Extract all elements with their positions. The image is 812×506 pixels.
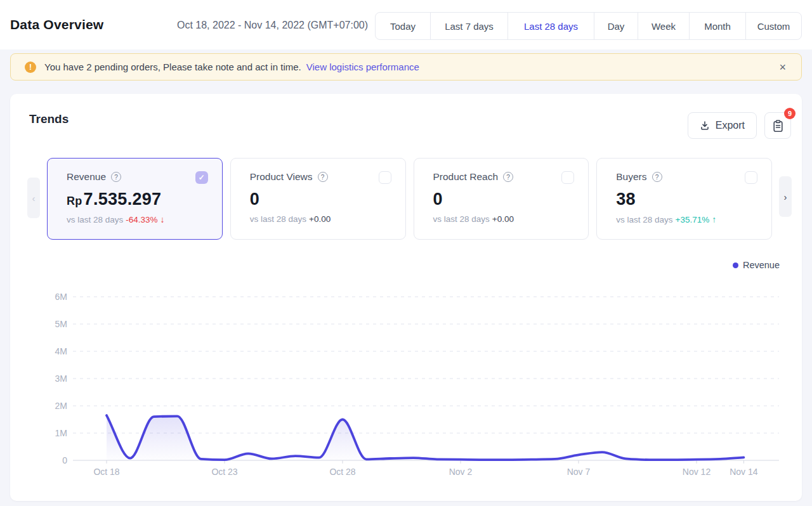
warning-banner: ! You have 2 pending orders, Please take… xyxy=(10,53,802,81)
delta-up-icon: ↑ xyxy=(712,214,716,224)
card-label: Product Reach xyxy=(433,171,499,183)
export-button[interactable]: Export xyxy=(688,112,757,139)
metric-cards: Revenue ? ✓ Rp 7.535.297 vs last 28 days… xyxy=(47,158,772,240)
card-value: Rp 7.535.297 xyxy=(67,190,208,209)
card-delta: -64.33% xyxy=(126,215,157,224)
close-icon[interactable]: × xyxy=(776,60,789,74)
page-title: Data Overview xyxy=(10,17,103,32)
card-label: Buyers xyxy=(616,171,646,183)
trends-panel: Trends Export 9 ‹ › Revenue ? xyxy=(10,94,802,501)
svg-text:5M: 5M xyxy=(55,319,67,329)
card-value: 38 xyxy=(616,190,757,209)
svg-text:Nov 7: Nov 7 xyxy=(567,467,591,477)
card-compare-label: vs last 28 days xyxy=(616,215,672,224)
trends-title: Trends xyxy=(29,112,69,126)
svg-text:4M: 4M xyxy=(55,346,67,356)
card-compare-label: vs last 28 days xyxy=(67,215,123,224)
card-label: Product Views xyxy=(250,171,313,183)
date-range-label: Oct 18, 2022 - Nov 14, 2022 (GMT+07:00) xyxy=(177,20,368,31)
card-buyers[interactable]: Buyers ? 38 vs last 28 days +35.71% ↑ xyxy=(596,158,772,240)
clipboard-button[interactable]: 9 xyxy=(764,112,791,139)
revenue-chart: 01M2M3M4M5M6MOct 18Oct 23Oct 28Nov 2Nov … xyxy=(10,273,802,491)
logistics-link[interactable]: View logistics performance xyxy=(306,62,419,72)
card-checkbox[interactable] xyxy=(745,171,757,184)
card-product-reach[interactable]: Product Reach ? 0 vs last 28 days +0.00 xyxy=(414,158,589,240)
help-icon[interactable]: ? xyxy=(503,172,513,182)
tab-week[interactable]: Week xyxy=(638,13,689,39)
help-icon[interactable]: ? xyxy=(318,172,328,182)
help-icon[interactable]: ? xyxy=(111,172,121,182)
card-delta: +35.71% xyxy=(676,215,710,224)
tab-month[interactable]: Month xyxy=(689,13,745,39)
time-filter-tabs: Today Last 7 days Last 28 days Day Week … xyxy=(375,12,802,40)
card-product-views[interactable]: Product Views ? 0 vs last 28 days +0.00 xyxy=(230,158,406,240)
svg-text:3M: 3M xyxy=(55,373,67,384)
notification-badge: 9 xyxy=(784,108,796,119)
card-delta: +0.00 xyxy=(492,214,514,224)
tab-last-28-days[interactable]: Last 28 days xyxy=(508,13,594,39)
card-value: 0 xyxy=(250,190,391,209)
download-icon xyxy=(700,120,710,131)
warning-icon: ! xyxy=(25,62,36,73)
svg-text:Oct 28: Oct 28 xyxy=(329,467,355,477)
svg-text:Nov 14: Nov 14 xyxy=(730,467,758,477)
svg-text:6M: 6M xyxy=(55,292,67,302)
check-icon: ✓ xyxy=(199,173,205,182)
clipboard-icon xyxy=(772,119,784,133)
card-value-prefix: Rp xyxy=(67,195,82,208)
card-checkbox[interactable]: ✓ xyxy=(195,171,208,184)
carousel-prev-button[interactable]: ‹ xyxy=(27,178,40,218)
card-revenue[interactable]: Revenue ? ✓ Rp 7.535.297 vs last 28 days… xyxy=(47,158,223,240)
chevron-right-icon: › xyxy=(784,191,787,202)
banner-message: You have 2 pending orders, Please take n… xyxy=(44,62,301,72)
legend-label: Revenue xyxy=(743,260,780,270)
chart-area: 01M2M3M4M5M6MOct 18Oct 23Oct 28Nov 2Nov … xyxy=(10,273,802,491)
export-label: Export xyxy=(716,120,745,131)
legend-dot xyxy=(733,263,738,268)
carousel-next-button[interactable]: › xyxy=(779,176,792,217)
chevron-left-icon: ‹ xyxy=(32,193,36,204)
card-delta: +0.00 xyxy=(309,214,331,224)
card-compare-label: vs last 28 days xyxy=(250,214,306,224)
tab-custom[interactable]: Custom xyxy=(745,13,801,39)
chart-legend: Revenue xyxy=(733,260,780,270)
delta-down-icon: ↓ xyxy=(160,214,165,224)
svg-text:1M: 1M xyxy=(55,428,67,438)
card-label: Revenue xyxy=(67,171,106,183)
card-value: 0 xyxy=(433,190,575,209)
tab-day[interactable]: Day xyxy=(594,13,638,39)
svg-text:0: 0 xyxy=(62,455,67,465)
page-header: Data Overview Oct 18, 2022 - Nov 14, 202… xyxy=(0,0,812,49)
svg-text:Nov 2: Nov 2 xyxy=(449,467,473,477)
tab-last-7-days[interactable]: Last 7 days xyxy=(430,13,508,39)
svg-text:Oct 18: Oct 18 xyxy=(93,467,119,477)
svg-text:2M: 2M xyxy=(55,401,67,411)
svg-text:Nov 12: Nov 12 xyxy=(683,467,711,477)
card-compare-label: vs last 28 days xyxy=(433,214,490,224)
help-icon[interactable]: ? xyxy=(652,172,662,182)
svg-text:Oct 23: Oct 23 xyxy=(211,467,237,477)
card-checkbox[interactable] xyxy=(379,171,391,184)
tab-today[interactable]: Today xyxy=(376,13,430,39)
card-checkbox[interactable] xyxy=(561,171,574,184)
